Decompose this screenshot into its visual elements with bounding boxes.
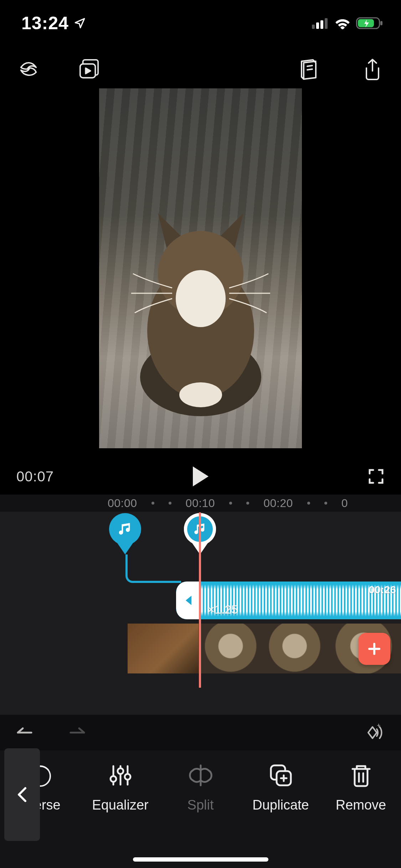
video-preview[interactable] [99,88,302,448]
history-row: + [0,715,401,750]
tool-duplicate[interactable]: Duplicate [241,760,321,813]
undo-button[interactable] [16,725,38,740]
ruler-tick: 00:20 [263,497,293,510]
status-time: 13:24 [21,13,69,33]
preview-button[interactable] [75,55,103,84]
video-thumb[interactable] [263,624,327,673]
marker-link [125,554,181,583]
tool-label: Equalizer [92,797,148,813]
timeline[interactable]: 00:26 ×1.25 [0,512,401,715]
tool-split[interactable]: Split [160,760,241,813]
svg-rect-0 [312,25,315,29]
video-thumb[interactable] [128,624,199,673]
svg-rect-3 [325,18,328,29]
tool-remove[interactable]: Remove [321,760,401,813]
top-toolbar [0,50,401,89]
cellular-icon [312,17,329,29]
clip-speed: ×1.25 [207,603,238,616]
svg-rect-6 [380,21,382,25]
timeline-ruler[interactable]: 00:00 00:10 00:20 0 [0,495,401,512]
svg-point-12 [179,382,222,407]
svg-point-11 [176,270,226,327]
ruler-tick: 00:00 [108,497,137,510]
clip-trim-handle[interactable] [176,582,201,619]
share-button[interactable] [358,55,387,84]
svg-point-16 [118,768,123,774]
tool-equalizer[interactable]: Equalizer [80,760,160,813]
clip-duration: 00:26 [369,584,396,596]
redo-button[interactable] [63,725,86,740]
battery-icon [356,17,383,30]
svg-rect-2 [320,20,323,29]
transport-row: 00:07 [0,460,401,492]
play-button[interactable] [191,466,210,487]
location-icon [74,17,86,29]
playhead[interactable] [199,512,201,688]
audio-clip[interactable]: 00:26 ×1.25 [176,582,401,619]
current-time: 00:07 [16,469,54,485]
status-bar: 13:24 [0,0,401,46]
keyframe-button[interactable]: + [360,723,385,742]
home-indicator[interactable] [133,857,268,862]
add-clip-button[interactable] [358,633,390,665]
video-thumb[interactable] [199,624,262,673]
tool-label: Remove [336,797,386,813]
svg-point-15 [110,776,116,782]
wifi-icon [334,17,351,29]
tutorial-button[interactable] [294,55,323,84]
ruler-tick: 0 [341,497,348,510]
svg-text:+: + [377,723,381,729]
music-marker[interactable] [109,513,141,554]
svg-rect-1 [316,22,319,29]
tool-label: Split [187,797,214,813]
toolbar-back-button[interactable] [4,748,40,841]
svg-point-17 [125,774,130,780]
tool-label: Duplicate [252,797,309,813]
preview-content [126,199,276,420]
fullscreen-button[interactable] [367,468,385,485]
home-button[interactable] [14,55,43,84]
ruler-tick: 00:10 [186,497,215,510]
bottom-toolbar: everse Equalizer Split Duplicate Remove [0,750,401,868]
